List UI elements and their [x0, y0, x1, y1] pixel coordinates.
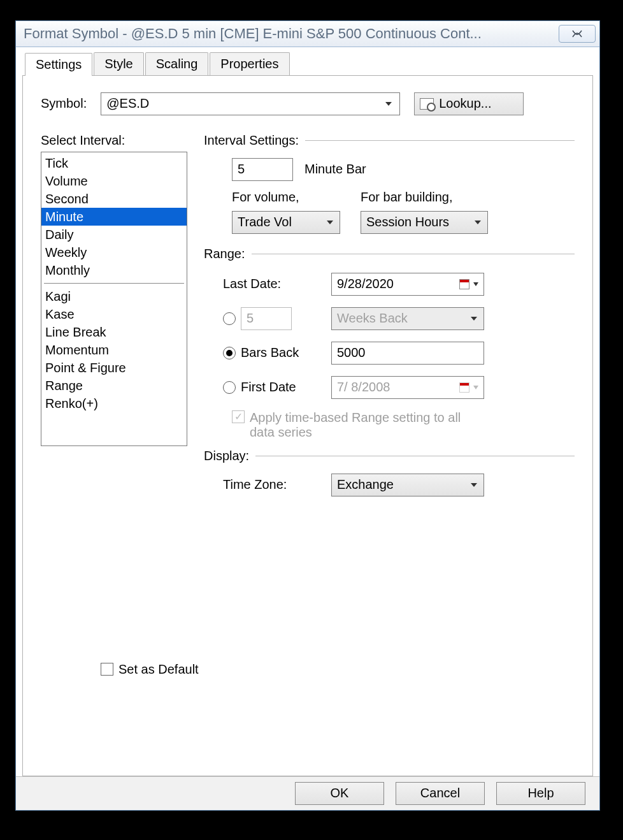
last-date-picker[interactable]: 9/28/2020 — [331, 273, 484, 296]
last-date-value: 9/28/2020 — [337, 277, 394, 291]
for-volume-label: For volume, — [232, 190, 353, 205]
close-icon — [571, 30, 583, 38]
settings-panel: Interval Settings: 5 Minute Bar For volu… — [204, 133, 575, 496]
interval-item-renko[interactable]: Renko(+) — [41, 395, 187, 412]
symbol-label: Symbol: — [41, 96, 87, 111]
volume-dd-value: Trade Vol — [238, 215, 292, 229]
interval-item-second[interactable]: Second — [41, 190, 187, 208]
timezone-label: Time Zone: — [223, 477, 331, 492]
chevron-down-icon — [473, 386, 478, 389]
bar-size-value: 5 — [238, 162, 245, 177]
range-header: Range: — [204, 247, 245, 261]
interval-item-minute[interactable]: Minute — [41, 208, 187, 226]
bar-size-input[interactable]: 5 — [232, 158, 293, 181]
tab-settings[interactable]: Settings — [25, 53, 92, 76]
set-default-checkbox[interactable] — [101, 663, 113, 676]
last-date-label: Last Date: — [223, 277, 331, 291]
weeks-back-input: 5 — [241, 307, 292, 330]
cancel-button[interactable]: Cancel — [396, 782, 485, 805]
bar-build-dropdown[interactable]: Session Hours — [361, 211, 488, 234]
weeks-back-radio[interactable] — [223, 312, 236, 325]
symbol-value: @ES.D — [106, 96, 149, 111]
apply-range-checkbox — [232, 410, 245, 423]
rule — [255, 456, 575, 456]
first-date-label: First Date — [241, 380, 296, 395]
interval-item-kagi[interactable]: Kagi — [41, 287, 187, 305]
bars-back-value: 5000 — [337, 345, 366, 360]
interval-item-daily[interactable]: Daily — [41, 226, 187, 243]
apply-range-label: Apply time-based Range setting to all da… — [250, 410, 485, 440]
interval-panel: Select Interval: Tick Volume Second Minu… — [41, 133, 187, 496]
interval-item-weekly[interactable]: Weekly — [41, 243, 187, 261]
main-columns: Select Interval: Tick Volume Second Minu… — [41, 133, 575, 496]
lookup-button[interactable]: Lookup... — [414, 92, 524, 115]
interval-item-kase[interactable]: Kase — [41, 305, 187, 323]
dialog-body: Settings Style Scaling Properties Symbol… — [16, 47, 599, 776]
bars-back-label: Bars Back — [241, 345, 299, 360]
lookup-icon — [420, 98, 434, 110]
cancel-label: Cancel — [420, 786, 460, 800]
calendar-icon — [459, 382, 469, 393]
tab-scaling[interactable]: Scaling — [145, 52, 209, 75]
set-default-row: Set as Default — [101, 662, 199, 677]
interval-item-tick[interactable]: Tick — [41, 154, 187, 172]
display-header: Display: — [204, 449, 249, 463]
lookup-label: Lookup... — [439, 96, 491, 111]
bars-back-radio[interactable] — [223, 347, 236, 359]
weeks-back-dd-label: Weeks Back — [337, 311, 408, 326]
ok-label: OK — [331, 786, 349, 800]
interval-header: Select Interval: — [41, 133, 125, 148]
bars-back-input[interactable]: 5000 — [331, 342, 484, 365]
help-button[interactable]: Help — [496, 782, 585, 805]
dialog-window: Format Symbol - @ES.D 5 min [CME] E-mini… — [15, 20, 600, 811]
timezone-value: Exchange — [337, 477, 394, 492]
timezone-dropdown[interactable]: Exchange — [331, 474, 484, 496]
dialog-footer: OK Cancel Help — [16, 776, 599, 810]
volume-dropdown[interactable]: Trade Vol — [232, 211, 340, 234]
tabpage-settings: Symbol: @ES.D Lookup... Select Interval: — [22, 75, 593, 776]
help-label: Help — [527, 786, 554, 800]
bar-size-suffix: Minute Bar — [304, 162, 366, 177]
interval-listbox[interactable]: Tick Volume Second Minute Daily Weekly M… — [41, 152, 187, 446]
calendar-icon — [459, 279, 469, 289]
chevron-down-icon — [473, 282, 478, 286]
titlebar: Format Symbol - @ES.D 5 min [CME] E-mini… — [16, 21, 599, 47]
interval-item-linebreak[interactable]: Line Break — [41, 323, 187, 341]
first-date-radio[interactable] — [223, 381, 236, 394]
first-date-picker: 7/ 8/2008 — [331, 376, 484, 399]
ok-button[interactable]: OK — [295, 782, 384, 805]
interval-item-momentum[interactable]: Momentum — [41, 341, 187, 359]
for-bar-label: For bar building, — [361, 190, 494, 205]
interval-divider — [44, 283, 184, 284]
set-default-label: Set as Default — [118, 662, 199, 677]
bar-build-dd-value: Session Hours — [366, 215, 449, 229]
weeks-back-dropdown: Weeks Back — [331, 307, 484, 330]
rule — [305, 140, 575, 141]
weeks-back-value: 5 — [247, 311, 254, 326]
tab-strip: Settings Style Scaling Properties — [25, 52, 593, 75]
interval-item-range[interactable]: Range — [41, 377, 187, 395]
symbol-combobox[interactable]: @ES.D — [101, 92, 400, 115]
interval-settings-header: Interval Settings: — [204, 133, 299, 148]
interval-item-pnf[interactable]: Point & Figure — [41, 359, 187, 377]
tab-properties[interactable]: Properties — [210, 52, 289, 75]
interval-item-volume[interactable]: Volume — [41, 172, 187, 190]
tab-style[interactable]: Style — [94, 52, 143, 75]
first-date-value: 7/ 8/2008 — [337, 380, 390, 395]
rule — [252, 254, 575, 254]
close-button[interactable] — [559, 25, 596, 43]
interval-item-monthly[interactable]: Monthly — [41, 261, 187, 279]
window-title: Format Symbol - @ES.D 5 min [CME] E-mini… — [24, 25, 559, 42]
